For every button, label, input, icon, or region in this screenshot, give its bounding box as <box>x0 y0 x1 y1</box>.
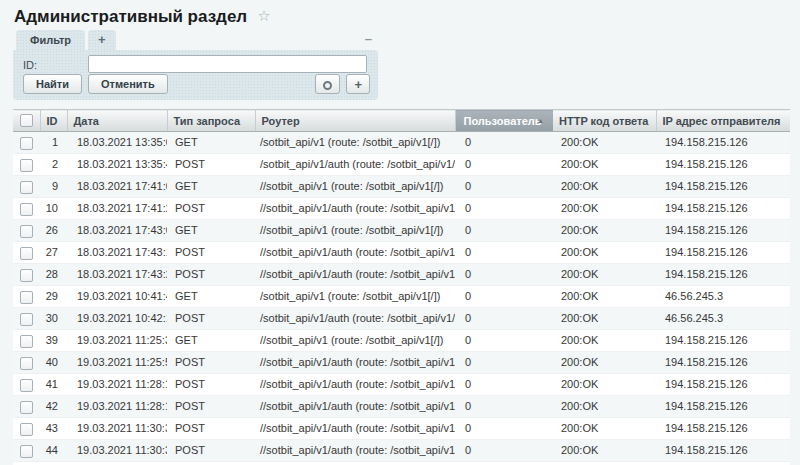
cell-user: 0 <box>455 308 553 330</box>
row-checkbox[interactable] <box>20 401 33 414</box>
row-checkbox-cell <box>13 352 40 374</box>
row-checkbox[interactable] <box>20 137 33 150</box>
row-checkbox[interactable] <box>20 203 33 216</box>
cell-date: 19.03.2021 11:30:38 <box>67 462 167 465</box>
cell-type: POST <box>167 242 255 264</box>
column-header-date[interactable]: Дата <box>67 110 167 132</box>
row-checkbox[interactable] <box>20 269 33 282</box>
cell-id: 44 <box>40 440 67 462</box>
table-row[interactable]: 4219.03.2021 11:28:15POST//sotbit_api/v1… <box>13 396 790 418</box>
table-row[interactable]: 2618.03.2021 17:43:00GET//sotbit_api/v1 … <box>13 220 790 242</box>
table-row[interactable]: 4019.03.2021 11:25:54POST//sotbit_api/v1… <box>13 352 790 374</box>
row-checkbox-cell <box>13 242 40 264</box>
cell-user: 0 <box>455 374 553 396</box>
star-icon[interactable]: ☆ <box>257 7 270 24</box>
row-checkbox[interactable] <box>20 313 33 326</box>
cell-http: 200:OK <box>553 440 656 462</box>
row-checkbox[interactable] <box>20 225 33 238</box>
find-button[interactable]: Найти <box>23 74 82 94</box>
cell-type: POST <box>167 374 255 396</box>
cell-date: 18.03.2021 17:43:00 <box>67 220 167 242</box>
cell-date: 18.03.2021 13:35:42 <box>67 154 167 176</box>
cell-type: GET <box>167 286 255 308</box>
cell-date: 19.03.2021 11:25:34 <box>67 330 167 352</box>
column-header-router[interactable]: Роутер <box>255 110 455 132</box>
add-filter-tab[interactable]: + <box>88 30 116 50</box>
row-checkbox[interactable] <box>20 379 33 392</box>
table-row[interactable]: 4519.03.2021 11:30:38POST//sotbit_api/v1… <box>13 462 790 465</box>
row-checkbox[interactable] <box>20 357 33 370</box>
collapse-filter-icon[interactable]: – <box>365 32 372 45</box>
cell-router: //sotbit_api/v1 (route: /sotbit_api/v1[/… <box>255 176 455 198</box>
table-row[interactable]: 4319.03.2021 11:30:33POST//sotbit_api/v1… <box>13 418 790 440</box>
table-row[interactable]: 3919.03.2021 11:25:34GET//sotbit_api/v1 … <box>13 330 790 352</box>
table-row[interactable]: 3019.03.2021 10:42:14POST/sotbit_api/v1/… <box>13 308 790 330</box>
cell-type: POST <box>167 396 255 418</box>
cell-id: 1 <box>40 132 67 154</box>
cell-ip: 194.158.215.126 <box>656 352 790 374</box>
add-filter-field-button[interactable]: + <box>346 74 370 94</box>
row-checkbox-cell <box>13 220 40 242</box>
cell-router: //sotbit_api/v1 (route: /sotbit_api/v1[/… <box>255 220 455 242</box>
page-header: Административный раздел☆ <box>0 0 800 28</box>
cell-date: 19.03.2021 11:25:54 <box>67 352 167 374</box>
cell-id: 10 <box>40 198 67 220</box>
table-row[interactable]: 4419.03.2021 11:30:35POST//sotbit_api/v1… <box>13 440 790 462</box>
cell-type: POST <box>167 418 255 440</box>
cell-type: POST <box>167 198 255 220</box>
table-row[interactable]: 918.03.2021 17:41:03GET//sotbit_api/v1 (… <box>13 176 790 198</box>
column-header-user[interactable]: Пользователь▲ <box>455 110 553 132</box>
row-checkbox-cell <box>13 330 40 352</box>
table-row[interactable]: 2818.03.2021 17:43:29POST//sotbit_api/v1… <box>13 264 790 286</box>
table-row[interactable]: 4119.03.2021 11:28:13POST//sotbit_api/v1… <box>13 374 790 396</box>
cell-id: 39 <box>40 330 67 352</box>
table-row[interactable]: 218.03.2021 13:35:42POST/sotbit_api/v1/a… <box>13 154 790 176</box>
row-checkbox-cell <box>13 264 40 286</box>
cell-ip: 194.158.215.126 <box>656 242 790 264</box>
cell-id: 42 <box>40 396 67 418</box>
cell-type: POST <box>167 154 255 176</box>
filter-settings-button[interactable] <box>315 74 340 94</box>
cell-router: /sotbit_api/v1 (route: /sotbit_api/v1[/]… <box>255 286 455 308</box>
select-all-cell <box>13 110 40 132</box>
cell-user: 0 <box>455 286 553 308</box>
row-checkbox[interactable] <box>20 335 33 348</box>
id-field-label: ID: <box>23 59 37 71</box>
row-checkbox[interactable] <box>20 291 33 304</box>
cell-id: 30 <box>40 308 67 330</box>
cell-user: 0 <box>455 264 553 286</box>
row-checkbox-cell <box>13 176 40 198</box>
column-header-http[interactable]: HTTP код ответа <box>553 110 656 132</box>
cell-http: 200:OK <box>553 176 656 198</box>
id-input[interactable] <box>88 55 367 73</box>
table-row[interactable]: 2718.03.2021 17:43:18POST//sotbit_api/v1… <box>13 242 790 264</box>
row-checkbox[interactable] <box>20 247 33 260</box>
filter-body: ID: Найти Отменить + <box>13 50 378 100</box>
table-row[interactable]: 118.03.2021 13:35:06GET/sotbit_api/v1 (r… <box>13 132 790 154</box>
table-row[interactable]: 2919.03.2021 10:41:42GET/sotbit_api/v1 (… <box>13 286 790 308</box>
column-header-type[interactable]: Тип запроса <box>167 110 255 132</box>
cancel-button[interactable]: Отменить <box>88 74 168 94</box>
cell-type: POST <box>167 264 255 286</box>
row-checkbox-cell <box>13 154 40 176</box>
row-checkbox[interactable] <box>20 423 33 436</box>
row-checkbox[interactable] <box>20 159 33 172</box>
cell-id: 40 <box>40 352 67 374</box>
cell-type: GET <box>167 330 255 352</box>
row-checkbox-cell <box>13 308 40 330</box>
row-checkbox[interactable] <box>20 181 33 194</box>
column-header-id[interactable]: ID <box>40 110 67 132</box>
cell-router: /sotbit_api/v1 (route: /sotbit_api/v1[/]… <box>255 132 455 154</box>
row-checkbox-cell <box>13 286 40 308</box>
table-row[interactable]: 1018.03.2021 17:41:24POST//sotbit_api/v1… <box>13 198 790 220</box>
cell-id: 26 <box>40 220 67 242</box>
cell-router: /sotbit_api/v1/auth (route: /sotbit_api/… <box>255 154 455 176</box>
column-header-ip[interactable]: IP адрес отправителя <box>656 110 790 132</box>
column-header-user-label: Пользователь <box>464 115 542 127</box>
cell-user: 0 <box>455 220 553 242</box>
row-checkbox[interactable] <box>20 445 33 458</box>
cell-id: 27 <box>40 242 67 264</box>
filter-tab[interactable]: Фильтр <box>16 30 85 50</box>
select-all-checkbox[interactable] <box>20 114 33 127</box>
cell-http: 200:OK <box>553 198 656 220</box>
